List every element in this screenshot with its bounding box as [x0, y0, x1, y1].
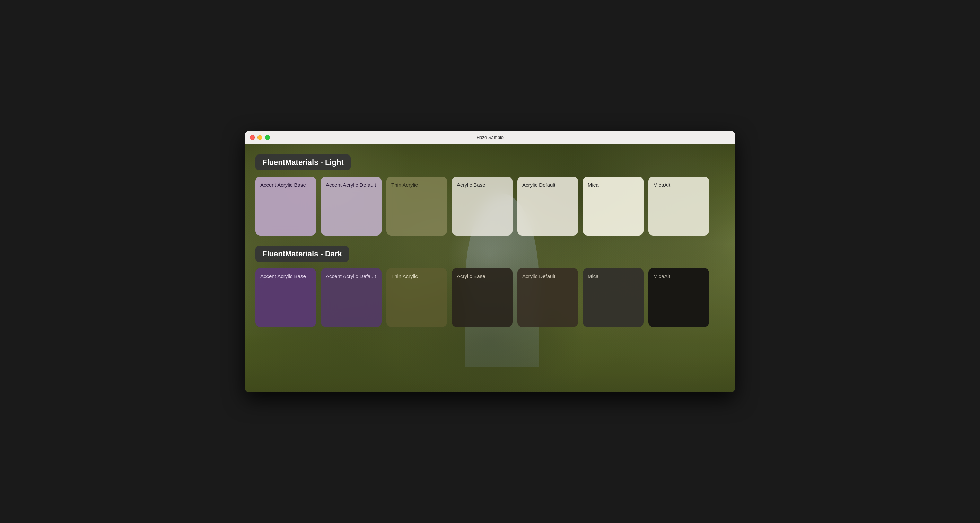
- card-label-dark-mica-alt: MicaAlt: [653, 273, 670, 280]
- card-label-dark-accent-acrylic-default: Accent Acrylic Default: [326, 273, 376, 280]
- card-thin-acrylic: Thin Acrylic: [387, 176, 447, 235]
- dark-cards-row: Accent Acrylic BaseAccent Acrylic Defaul…: [255, 268, 725, 327]
- light-section-label: FluentMaterials - Light: [255, 154, 351, 170]
- card-label-accent-acrylic-base: Accent Acrylic Base: [260, 181, 306, 188]
- content-inner: FluentMaterials - Light Accent Acrylic B…: [245, 144, 735, 393]
- card-label-mica: Mica: [588, 181, 599, 188]
- app-window: Haze Sample FluentMaterials - Light Acce…: [245, 131, 735, 393]
- card-accent-acrylic-default: Accent Acrylic Default: [321, 176, 382, 235]
- card-label-dark-acrylic-default: Acrylic Default: [522, 273, 555, 280]
- card-dark-accent-acrylic-base: Accent Acrylic Base: [255, 268, 316, 327]
- card-acrylic-base: Acrylic Base: [452, 176, 512, 235]
- card-accent-acrylic-base: Accent Acrylic Base: [255, 176, 316, 235]
- traffic-lights: [250, 135, 270, 140]
- minimize-button[interactable]: [258, 135, 262, 140]
- card-label-acrylic-base: Acrylic Base: [457, 181, 485, 188]
- card-dark-mica: Mica: [583, 268, 644, 327]
- card-dark-acrylic-default: Acrylic Default: [517, 268, 578, 327]
- light-cards-row: Accent Acrylic BaseAccent Acrylic Defaul…: [255, 176, 725, 235]
- card-dark-accent-acrylic-default: Accent Acrylic Default: [321, 268, 382, 327]
- card-acrylic-default: Acrylic Default: [517, 176, 578, 235]
- card-label-dark-mica: Mica: [588, 273, 599, 280]
- titlebar: Haze Sample: [245, 131, 735, 144]
- dark-section-label: FluentMaterials - Dark: [255, 246, 349, 262]
- card-label-dark-thin-acrylic: Thin Acrylic: [391, 273, 418, 280]
- main-content: FluentMaterials - Light Accent Acrylic B…: [245, 144, 735, 393]
- card-dark-acrylic-base: Acrylic Base: [452, 268, 512, 327]
- card-label-mica-alt: MicaAlt: [653, 181, 670, 188]
- maximize-button[interactable]: [265, 135, 270, 140]
- card-label-dark-accent-acrylic-base: Accent Acrylic Base: [260, 273, 306, 280]
- card-mica-alt: MicaAlt: [648, 176, 709, 235]
- close-button[interactable]: [250, 135, 255, 140]
- dark-section: FluentMaterials - Dark Accent Acrylic Ba…: [255, 246, 725, 327]
- card-dark-thin-acrylic: Thin Acrylic: [387, 268, 447, 327]
- light-section: FluentMaterials - Light Accent Acrylic B…: [255, 154, 725, 235]
- card-mica: Mica: [583, 176, 644, 235]
- window-title: Haze Sample: [476, 135, 504, 140]
- card-label-dark-acrylic-base: Acrylic Base: [457, 273, 485, 280]
- card-label-thin-acrylic: Thin Acrylic: [391, 181, 418, 188]
- card-label-accent-acrylic-default: Accent Acrylic Default: [326, 181, 376, 188]
- card-label-acrylic-default: Acrylic Default: [522, 181, 555, 188]
- card-dark-mica-alt: MicaAlt: [648, 268, 709, 327]
